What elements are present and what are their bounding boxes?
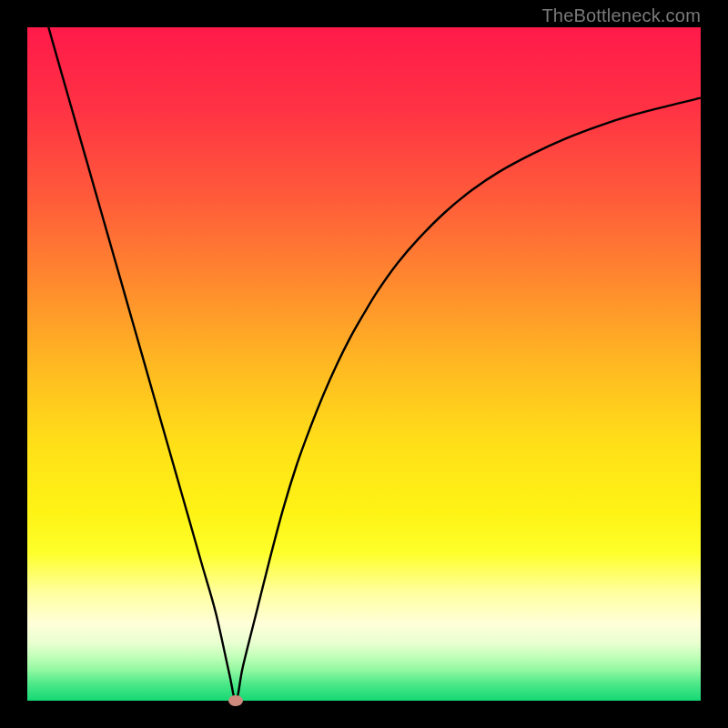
optimal-marker [228, 695, 243, 706]
curve-svg [27, 27, 701, 701]
bottleneck-curve [27, 0, 701, 701]
chart-container: TheBottleneck.com [0, 0, 728, 728]
attribution-text: TheBottleneck.com [541, 5, 701, 26]
plot-area [27, 27, 701, 701]
